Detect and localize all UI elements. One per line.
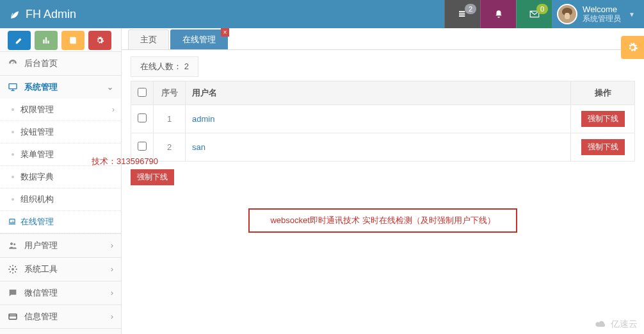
chat-icon: [8, 288, 18, 298]
col-checkbox: [131, 81, 154, 105]
gear-icon: [627, 42, 638, 53]
chevron-down-icon: ⌄: [107, 83, 113, 92]
menu-item-info[interactable]: 信息管理›: [0, 305, 121, 328]
col-action: 操作: [571, 81, 635, 105]
svg-rect-1: [10, 219, 15, 223]
menu-label: 用户管理: [24, 240, 58, 251]
submenu-label: 菜单管理: [20, 149, 54, 160]
welcome-label: Welcome: [583, 4, 617, 14]
user-menu[interactable]: Welcome 系统管理员 ▼: [552, 4, 644, 24]
users-table: 序号 用户名 操作 1 admin 强制下线 2 san: [131, 81, 635, 162]
table-row: 2 san 强制下线: [131, 133, 635, 162]
content-area: 在线人数： 2 序号 用户名 操作 1 admin: [122, 50, 644, 239]
top-header: FH Admin 2 0 Welcome 系统管理员 ▼: [0, 0, 644, 28]
online-summary: 在线人数： 2: [131, 56, 198, 77]
user-text: Welcome 系统管理员: [583, 5, 621, 22]
gear-icon: [95, 36, 104, 45]
messages-button[interactable]: 0: [516, 0, 552, 28]
dashboard-icon: [8, 58, 18, 69]
chevron-right-icon: ›: [111, 288, 113, 297]
sidebar-toolbar: [0, 28, 121, 51]
notifications-button[interactable]: [480, 0, 516, 28]
caret-down-icon: ▼: [629, 11, 635, 18]
tab-home[interactable]: 主页: [128, 29, 169, 49]
submenu-item-online[interactable]: 在线管理: [0, 211, 121, 233]
menu-item-tool[interactable]: 系统工具›: [0, 258, 121, 281]
checkbox-row[interactable]: [138, 142, 147, 151]
toolbar-edit-button[interactable]: [8, 31, 31, 50]
submenu-item-perm[interactable]: 权限管理›: [0, 99, 121, 121]
menu-item-user[interactable]: 用户管理›: [0, 234, 121, 257]
submenu-label: 按钮管理: [20, 126, 54, 138]
tab-label: 主页: [140, 35, 157, 44]
menu-item-home[interactable]: 后台首页: [0, 52, 121, 75]
contact-overlay: 技术：313596790: [92, 156, 158, 167]
menu-label: 信息管理: [24, 311, 58, 322]
tab-label: 在线管理: [182, 35, 216, 44]
submenu-label: 数据字典: [20, 171, 54, 183]
tab-online[interactable]: 在线管理×: [170, 29, 228, 49]
submenu-label: 在线管理: [20, 216, 54, 228]
user-link[interactable]: san: [192, 142, 205, 152]
menu-label: 系统工具: [24, 263, 58, 275]
desktop-icon: [8, 82, 18, 92]
watermark: 亿速云: [594, 319, 638, 330]
svg-point-2: [10, 242, 13, 245]
users-icon: [8, 240, 18, 251]
menu-label: 微信管理: [24, 287, 58, 299]
laptop-icon: [8, 217, 17, 226]
brand: FH Admin: [0, 8, 85, 21]
card-icon: [8, 312, 18, 322]
cell-serial: 1: [154, 105, 186, 133]
chevron-right-icon: ›: [112, 105, 115, 114]
summary-count: 2: [184, 62, 189, 71]
svg-rect-0: [9, 84, 17, 89]
tasks-button[interactable]: 2: [444, 0, 480, 28]
close-icon[interactable]: ×: [221, 28, 229, 37]
avatar: [557, 4, 577, 24]
sidebar: 后台首页 系统管理⌄ 权限管理› 按钮管理 菜单管理 数据字典 组织机构 在线管…: [0, 28, 122, 334]
settings-float-button[interactable]: [621, 36, 644, 59]
menu-label: 后台首页: [24, 58, 58, 69]
summary-label: 在线人数：: [140, 62, 182, 71]
toolbar-stats-button[interactable]: [35, 31, 58, 50]
pencil-icon: [15, 36, 24, 45]
submenu-item-org[interactable]: 组织机构: [0, 188, 121, 211]
svg-rect-5: [9, 314, 17, 319]
menu-label: 系统管理: [24, 81, 58, 93]
col-username: 用户名: [186, 81, 571, 105]
submenu-item-btn[interactable]: 按钮管理: [0, 121, 121, 144]
brand-text: FH Admin: [26, 8, 76, 21]
chevron-right-icon: ›: [111, 265, 113, 274]
submenu-item-dict[interactable]: 数据字典: [0, 166, 121, 188]
tab-bar: 主页 在线管理×: [122, 28, 644, 50]
menu: 后台首页 系统管理⌄ 权限管理› 按钮管理 菜单管理 数据字典 组织机构 在线管…: [0, 51, 121, 329]
messages-badge: 0: [536, 4, 548, 14]
col-serial: 序号: [154, 81, 186, 105]
user-link[interactable]: admin: [192, 114, 214, 124]
tasks-badge: 2: [465, 4, 476, 14]
table-row: 1 admin 强制下线: [131, 105, 635, 133]
svg-point-3: [13, 243, 15, 245]
menu-item-wechat[interactable]: 微信管理›: [0, 281, 121, 305]
leaf-icon: [9, 8, 20, 20]
toolbar-settings-button[interactable]: [88, 31, 111, 50]
user-role: 系统管理员: [583, 14, 621, 23]
checkbox-all[interactable]: [138, 88, 147, 97]
submenu-label: 组织机构: [20, 194, 54, 205]
main: 主页 在线管理× 在线人数： 2 序号 用户名 操作: [122, 28, 644, 334]
kick-button[interactable]: 强制下线: [581, 139, 625, 155]
bell-icon: [494, 9, 503, 19]
svg-point-4: [12, 268, 14, 271]
book-icon: [68, 36, 77, 45]
submenu-label: 权限管理: [20, 104, 54, 115]
menu-item-system[interactable]: 系统管理⌄: [0, 76, 121, 99]
watermark-text: 亿速云: [611, 319, 638, 330]
checkbox-row[interactable]: [138, 113, 147, 122]
chevron-right-icon: ›: [111, 312, 113, 321]
toolbar-book-button[interactable]: [61, 31, 85, 50]
cloud-icon: [594, 320, 608, 329]
kick-button[interactable]: 强制下线: [581, 111, 625, 127]
kick-selected-button[interactable]: 强制下线: [131, 169, 174, 185]
table-header-row: 序号 用户名 操作: [131, 81, 635, 105]
